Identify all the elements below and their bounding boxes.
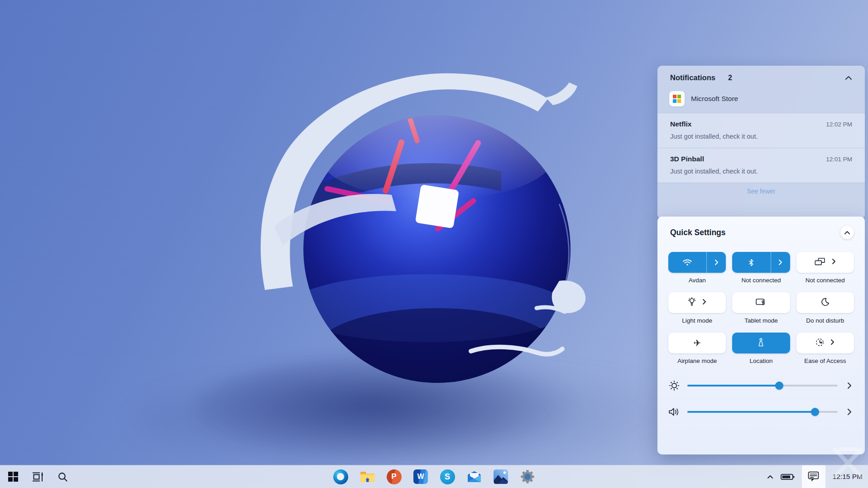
tablet-mode-tile-label: Tablet mode [744, 317, 778, 324]
file-explorer-icon [360, 470, 375, 483]
taskbar-clock[interactable]: 12:15 PM [833, 473, 868, 481]
quick-settings-panel: Quick Settings Avdan [657, 217, 865, 454]
notifications-title: Notifications [670, 73, 715, 82]
brightness-expand-chevron-icon[interactable] [845, 382, 854, 389]
qs-cell-airplane-mode: ✈ Airplane mode [668, 333, 726, 364]
wifi-expand-chevron-icon[interactable] [707, 252, 726, 273]
light-mode-tile-label: Light mode [682, 317, 712, 324]
search-button[interactable] [58, 472, 68, 482]
notification-item[interactable]: Netflix 12:02 PM Just got installed, che… [657, 113, 865, 148]
connect-chevron-icon [832, 258, 836, 266]
notification-group-app-name: Microsoft Store [691, 95, 738, 103]
brightness-icon [668, 380, 680, 391]
airplane-icon: ✈ [693, 338, 701, 348]
airplane-mode-tile[interactable]: ✈ [668, 333, 726, 353]
taskbar-app-skype[interactable]: S [440, 469, 456, 485]
notification-title: Netflix [670, 120, 691, 128]
moon-icon [821, 298, 830, 308]
see-fewer-row: See fewer [657, 183, 865, 200]
powerpoint-icon: P [387, 469, 402, 484]
volume-slider-thumb[interactable] [811, 408, 819, 416]
ease-of-access-tile[interactable] [796, 333, 854, 353]
notifications-header: Notifications 2 [657, 66, 865, 87]
location-tile[interactable] [732, 333, 790, 353]
quick-settings-header: Quick Settings [657, 217, 865, 239]
taskbar-app-mail[interactable] [466, 469, 482, 485]
taskbar-app-file-explorer[interactable] [360, 469, 375, 485]
tray-overflow-chevron-up[interactable] [767, 475, 773, 479]
do-not-disturb-tile[interactable] [796, 292, 854, 313]
start-button[interactable] [8, 472, 18, 482]
windows-start-icon [8, 472, 18, 482]
battery-icon [781, 473, 795, 481]
brightness-slider-thumb[interactable] [775, 382, 783, 390]
cortana-icon [333, 469, 348, 484]
quick-settings-collapse-button[interactable] [840, 226, 854, 239]
task-view-icon [32, 471, 44, 483]
qs-cell-bluetooth: Not connected [732, 252, 790, 284]
notification-body: Just got installed, check it out. [670, 133, 852, 140]
qs-cell-light-mode: Light mode [668, 292, 726, 324]
task-view-button[interactable] [32, 471, 44, 483]
taskbar-app-word[interactable]: W [413, 469, 429, 485]
connect-tile[interactable] [796, 252, 854, 273]
action-center-icon [808, 471, 819, 482]
taskbar-app-cortana[interactable] [333, 469, 349, 485]
taskbar-app-photos[interactable] [493, 469, 509, 485]
volume-slider-track[interactable] [687, 411, 838, 413]
search-icon [58, 472, 68, 482]
volume-icon [668, 407, 680, 416]
bluetooth-tile[interactable] [732, 252, 790, 273]
taskbar-app-settings[interactable] [520, 469, 536, 485]
connect-icon [815, 258, 825, 267]
connect-tile-label: Not connected [806, 277, 845, 284]
chevron-up-icon [844, 231, 850, 235]
qs-cell-ease-of-access: Ease of Access [796, 333, 854, 364]
mail-icon [466, 470, 482, 483]
notifications-panel: Notifications 2 Microsoft Store Netflix … [657, 66, 865, 219]
wifi-icon[interactable] [668, 252, 707, 273]
qs-cell-tablet-mode: Tablet mode [732, 292, 790, 324]
light-mode-chevron-icon [702, 299, 706, 307]
chevron-up-icon [767, 475, 773, 479]
word-icon: W [413, 469, 428, 484]
location-tile-label: Location [749, 358, 772, 364]
brightness-slider-track[interactable] [687, 385, 838, 387]
desktop: Notifications 2 Microsoft Store Netflix … [0, 0, 868, 488]
qs-cell-do-not-disturb: Do not disturb [796, 292, 854, 324]
taskbar: P W S 12:15 PM [0, 465, 868, 488]
volume-expand-chevron-icon[interactable] [845, 408, 854, 416]
notification-body: Just got installed, check it out. [670, 168, 852, 175]
quick-settings-title: Quick Settings [670, 228, 840, 237]
notifications-collapse-chevron-up-icon[interactable] [845, 74, 852, 82]
notification-item[interactable]: 3D Pinball 12:01 PM Just got installed, … [657, 148, 865, 183]
qs-cell-connect: Not connected [796, 252, 854, 284]
do-not-disturb-tile-label: Do not disturb [806, 317, 844, 324]
lightbulb-icon [688, 297, 696, 309]
volume-slider-fill [687, 411, 815, 413]
bluetooth-expand-chevron-icon[interactable] [771, 252, 790, 273]
see-fewer-link[interactable]: See fewer [747, 188, 775, 195]
battery-indicator[interactable] [781, 473, 795, 481]
wifi-tile[interactable] [668, 252, 726, 273]
light-mode-tile[interactable] [668, 292, 726, 313]
wallpaper-sphere-art [247, 54, 627, 399]
notification-time: 12:01 PM [826, 156, 852, 163]
photos-icon [493, 469, 508, 484]
tablet-mode-tile[interactable] [732, 292, 790, 313]
brightness-slider-fill [687, 385, 779, 387]
ease-of-access-icon [815, 338, 824, 348]
ease-of-access-chevron-icon [830, 339, 834, 347]
notification-group-microsoft-store[interactable]: Microsoft Store [657, 87, 865, 113]
bluetooth-icon[interactable] [732, 252, 771, 273]
action-center-button[interactable] [802, 465, 825, 488]
location-icon [758, 338, 764, 348]
qs-cell-wifi: Avdan [668, 252, 726, 284]
notifications-count: 2 [728, 74, 732, 82]
taskbar-app-powerpoint[interactable]: P [386, 469, 402, 485]
tablet-mode-icon [756, 298, 767, 308]
skype-icon: S [440, 469, 455, 484]
wifi-tile-label: Avdan [689, 277, 706, 284]
qs-cell-location: Location [732, 333, 790, 364]
settings-gear-icon [520, 469, 535, 484]
